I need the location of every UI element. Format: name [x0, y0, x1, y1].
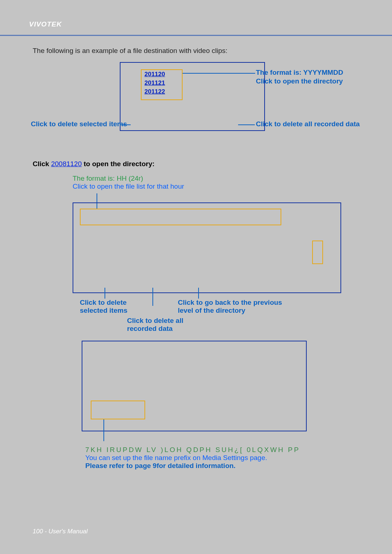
open-file-list-label: Click to open the file list for that hou… [73, 182, 370, 190]
format-encoded-text: 7KH IRUPDW LV )LOH QDPH SUH¿[ 0LQXWH PP [85, 446, 370, 454]
format-hh-label: The format is: HH (24r) [73, 175, 370, 182]
refer-note: Please refer to page 9for detailed infor… [85, 462, 370, 470]
open-dir-rest: to open the directory: [82, 160, 155, 168]
connector-line [105, 288, 105, 299]
click-word: Click [33, 160, 49, 168]
label-goback-2: level of the directory [178, 307, 245, 315]
date-link-1[interactable]: 201121 [144, 79, 182, 87]
connector-line [152, 288, 153, 306]
diagram-yyyymmdd: 201120 201121 201122 The format is: YYYY… [33, 62, 370, 156]
section-click-date: Click 20081120 to open the directory: [33, 160, 370, 168]
connector-line [238, 124, 255, 125]
label-format: The format is: YYYYMMDD [256, 69, 343, 77]
label-open-dir: Click to open the directory [256, 77, 343, 85]
date-list-box: 201120 201121 201122 [141, 69, 183, 100]
label-goback-1: Click to go back to the previous [178, 299, 282, 307]
label-del-all-1: Click to delete all [127, 317, 392, 325]
scroll-box [312, 241, 323, 264]
label-delete-all: Click to delete all recorded data [256, 120, 360, 128]
date-link-2[interactable]: 201122 [144, 88, 182, 95]
connector-line [183, 73, 255, 74]
label-del-sel-1: Click to delete [80, 299, 127, 307]
label-delete-selected: Click to delete selected items [31, 120, 127, 128]
intro-text: The following is an example of a file de… [33, 47, 370, 55]
filename-box [91, 401, 145, 419]
diagram-filename [33, 341, 370, 446]
date-link-0[interactable]: 201120 [144, 71, 182, 78]
label-del-all-2: recorded data [127, 325, 392, 333]
page-footer: 100 - User's Manual [33, 528, 88, 535]
diagram-hour: Click to delete selected items Click to … [33, 193, 370, 317]
connector-line [198, 288, 199, 299]
date-link-20081120[interactable]: 20081120 [51, 160, 82, 168]
label-del-sel-2: selected items [80, 307, 127, 315]
brand-logo: VIVOTEK [29, 20, 62, 28]
setup-note: You can set up the file name prefix on M… [85, 454, 370, 462]
hour-list-box [80, 209, 281, 225]
connector-line [103, 419, 104, 441]
